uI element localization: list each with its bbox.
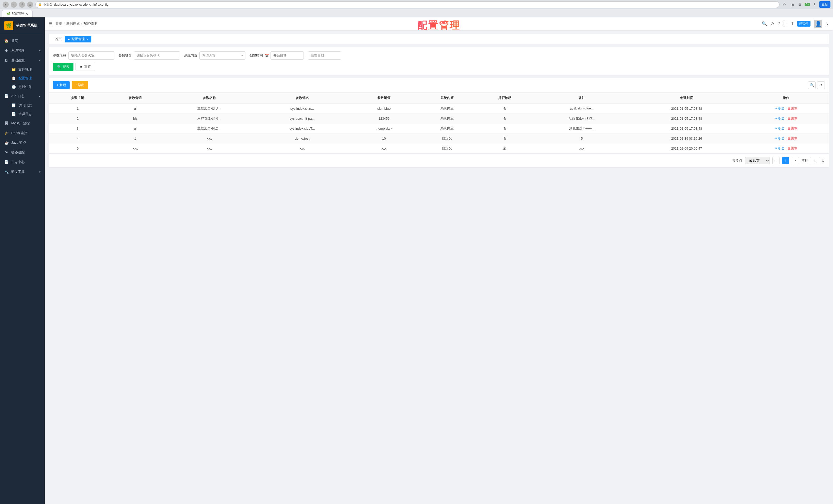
tab-close-icon[interactable]: ✕ bbox=[26, 12, 28, 16]
table-cell: 用户管理-账号... bbox=[164, 114, 255, 124]
goto-page: 前往 页 bbox=[802, 157, 825, 164]
breadcrumb-home[interactable]: 首页 bbox=[55, 22, 62, 26]
breadcrumb-current: 配置管理 bbox=[84, 22, 97, 26]
sidebar-item-trace[interactable]: 👁 链路追踪 bbox=[0, 148, 45, 157]
end-date-input[interactable] bbox=[308, 51, 341, 59]
edit-link[interactable]: ✏修改 bbox=[775, 136, 784, 140]
github-icon[interactable]: ⊙ bbox=[770, 21, 774, 26]
form-actions: 🔍 搜索 ↺ 重置 bbox=[53, 62, 825, 71]
sidebar-item-mysql[interactable]: 🗄 MySQL 监控 bbox=[0, 118, 45, 128]
home-button[interactable]: ⌂ bbox=[27, 2, 33, 8]
prev-page-button[interactable]: ‹ bbox=[772, 157, 780, 164]
table-cell: 是 bbox=[476, 144, 533, 153]
sidebar-item-system-label: 系统管理 bbox=[11, 48, 25, 53]
sidebar-item-task[interactable]: 🕐 定时任务 bbox=[0, 83, 45, 91]
extension-icon[interactable]: ⚙ bbox=[797, 2, 803, 8]
sidebar-menu: 🏠 首页 ⚙ 系统管理 ∨ 🖥 基础设施 ∧ 📁 文件管理 bbox=[0, 34, 45, 504]
sidebar-item-java-label: Java 监控 bbox=[11, 141, 26, 145]
tab-home[interactable]: 首页 bbox=[52, 36, 65, 43]
sidebar-item-trace-label: 链路追踪 bbox=[11, 150, 25, 155]
sidebar-item-dev-tools[interactable]: 🔧 研发工具 ∨ bbox=[0, 167, 45, 177]
edit-link[interactable]: ✏修改 bbox=[775, 106, 784, 110]
paused-button[interactable]: 已暂停 bbox=[797, 21, 810, 27]
avatar[interactable]: 👤 bbox=[814, 20, 822, 28]
page-1-button[interactable]: 1 bbox=[782, 157, 789, 164]
logo-emoji: 🌿 bbox=[6, 23, 11, 28]
table-cell: 自定义 bbox=[418, 133, 476, 144]
delete-link[interactable]: 🗑删除 bbox=[787, 146, 797, 150]
toolbar-refresh-icon[interactable]: ↺ bbox=[817, 81, 825, 89]
sidebar-item-error-log[interactable]: 📄 错误日志 bbox=[0, 110, 45, 118]
param-key-input[interactable] bbox=[134, 51, 180, 59]
start-date-input[interactable] bbox=[270, 51, 304, 59]
header-right: 🔍 ⊙ ? ⛶ T 已暂停 👤 ∨ bbox=[762, 20, 829, 28]
browser-tab[interactable]: 🌿 配置管理 ✕ bbox=[2, 10, 32, 17]
refresh-button[interactable]: ↺ bbox=[19, 2, 25, 8]
content-area: 首页 ● 配置管理 ✕ 参数名称 参数键名 bbox=[45, 30, 833, 504]
table-cell: 4 bbox=[49, 133, 106, 144]
tab-home-label: 首页 bbox=[55, 37, 62, 41]
search-button[interactable]: 🔍 搜索 bbox=[53, 62, 73, 71]
delete-link[interactable]: 🗑删除 bbox=[787, 126, 797, 130]
search-icon[interactable]: 🔍 bbox=[762, 21, 767, 26]
fullscreen-icon[interactable]: ⛶ bbox=[783, 22, 787, 26]
more-icon[interactable]: ⋮ bbox=[811, 2, 818, 8]
table-row: 2biz用户管理-账号...sys.user.init-pa...123456系… bbox=[49, 114, 829, 124]
delete-link[interactable]: 🗑删除 bbox=[787, 136, 797, 140]
top-header: ☰ 首页 / 基础设施 / 配置管理 配置管理 🔍 ⊙ ? ⛶ T 已暂停 👤 bbox=[45, 17, 833, 30]
data-table-wrapper: 参数主键 参数分组 参数名称 参数键名 参数键值 系统内置 是否敏感 备注 创建… bbox=[49, 93, 829, 153]
java-icon: ☕ bbox=[4, 141, 9, 145]
infra-icon: 🖥 bbox=[4, 58, 9, 62]
goto-input[interactable] bbox=[810, 157, 820, 164]
edit-link[interactable]: ✏修改 bbox=[775, 116, 784, 120]
back-button[interactable]: ‹ bbox=[3, 2, 9, 8]
sidebar-item-file-mgmt[interactable]: 📁 文件管理 bbox=[0, 65, 45, 74]
sidebar-item-infra[interactable]: 🖥 基础设施 ∧ bbox=[0, 55, 45, 65]
redis-icon: 🎓 bbox=[4, 131, 9, 135]
param-name-input[interactable] bbox=[68, 51, 114, 59]
tab-config[interactable]: ● 配置管理 ✕ bbox=[65, 36, 91, 43]
api-log-icon: 📄 bbox=[4, 94, 9, 98]
table-cell: xxx bbox=[350, 144, 418, 153]
table-header-row: 参数主键 参数分组 参数名称 参数键名 参数键值 系统内置 是否敏感 备注 创建… bbox=[49, 93, 829, 104]
edit-link[interactable]: ✏修改 bbox=[775, 126, 784, 130]
address-bar: 🔒 不安全 dashboard.yudao.iocoder.cn/infra/c… bbox=[35, 1, 780, 8]
sidebar-item-api-log[interactable]: 📄 API 日志 ∧ bbox=[0, 91, 45, 101]
tab-config-label: 配置管理 bbox=[71, 37, 85, 42]
sidebar-item-access-log[interactable]: 📄 访问日志 bbox=[0, 101, 45, 110]
action-separator bbox=[785, 126, 786, 130]
delete-link[interactable]: 🗑删除 bbox=[787, 116, 797, 120]
update-button[interactable]: 更新 bbox=[819, 1, 830, 8]
user-dropdown-arrow[interactable]: ∨ bbox=[826, 21, 829, 26]
add-button[interactable]: + 新增 bbox=[53, 81, 70, 89]
export-button[interactable]: ↑ 导出 bbox=[72, 81, 88, 89]
table-body: 1ui主框架页-默认...sys.index.skin...skin-blue系… bbox=[49, 104, 829, 153]
system-inner-select[interactable]: 系统内置 系统内置 自定义 bbox=[199, 51, 245, 59]
help-icon[interactable]: ? bbox=[778, 22, 780, 26]
sidebar-item-config-mgmt[interactable]: 📋 配置管理 bbox=[0, 74, 45, 83]
api-log-arrow-icon: ∧ bbox=[39, 95, 41, 98]
reset-button[interactable]: ↺ 重置 bbox=[75, 62, 95, 71]
next-page-button[interactable]: › bbox=[792, 157, 799, 164]
col-remark: 备注 bbox=[533, 93, 630, 104]
sidebar-item-redis[interactable]: 🎓 Redis 监控 bbox=[0, 128, 45, 138]
delete-link[interactable]: 🗑删除 bbox=[787, 106, 797, 110]
table-cell: 系统内置 bbox=[418, 104, 476, 114]
sidebar-item-system[interactable]: ⚙ 系统管理 ∨ bbox=[0, 46, 45, 55]
col-id: 参数主键 bbox=[49, 93, 106, 104]
tab-config-close-icon[interactable]: ✕ bbox=[86, 38, 88, 41]
edit-link[interactable]: ✏修改 bbox=[775, 146, 784, 150]
font-icon[interactable]: T bbox=[791, 22, 793, 26]
sidebar-item-log-center[interactable]: 📄 日志中心 bbox=[0, 157, 45, 167]
sidebar-item-home[interactable]: 🏠 首页 bbox=[0, 36, 45, 46]
toolbar-search-icon[interactable]: 🔍 bbox=[808, 81, 816, 89]
bookmark-icon[interactable]: ☆ bbox=[782, 2, 788, 8]
access-log-icon: 📄 bbox=[11, 103, 16, 107]
profile-icon[interactable]: ◎ bbox=[789, 2, 795, 8]
page-size-select[interactable]: 10条/页 20条/页 50条/页 bbox=[745, 157, 770, 164]
forward-button[interactable]: › bbox=[11, 2, 17, 8]
sidebar-item-java[interactable]: ☕ Java 监控 bbox=[0, 138, 45, 148]
on-badge: On bbox=[805, 3, 810, 6]
hamburger-button[interactable]: ☰ bbox=[49, 21, 52, 26]
breadcrumb-infra[interactable]: 基础设施 bbox=[66, 22, 79, 26]
